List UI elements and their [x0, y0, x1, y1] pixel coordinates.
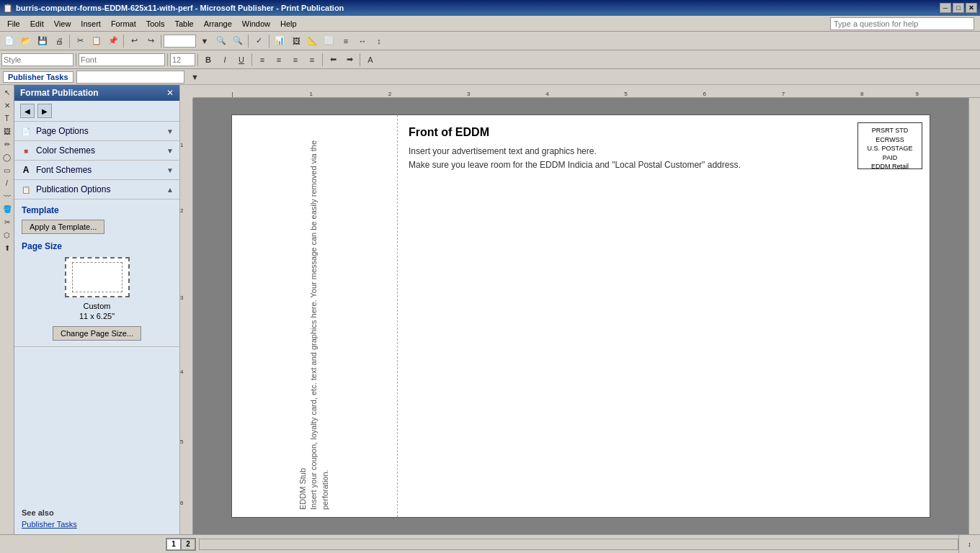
open-button[interactable]: 📂	[18, 34, 34, 48]
v-tick-1: 1	[180, 142, 183, 148]
rect-tool[interactable]: ▭	[1, 164, 13, 176]
content-with-vruler: 1 2 3 4 5 6 EDDM Stub	[180, 98, 980, 534]
menu-format[interactable]: Format	[107, 18, 141, 30]
redo-button[interactable]: ↪	[143, 34, 159, 48]
indicia-line4: PAID	[861, 153, 919, 163]
v-tick-3: 3	[180, 295, 183, 301]
custom-shape[interactable]: ⬡	[1, 229, 13, 240]
pub-options-icon: 📋	[20, 184, 32, 195]
canvas-scroll[interactable]: EDDM Stub Insert your coupon, loyalty ca…	[193, 98, 968, 534]
page-preview-inner	[72, 262, 122, 292]
menu-table[interactable]: Table	[170, 18, 197, 30]
zoom-out-button[interactable]: 🔍	[213, 34, 229, 48]
print-button[interactable]: 🖨	[51, 34, 67, 48]
copy-button[interactable]: 📋	[89, 34, 104, 48]
extra5[interactable]: ≡	[338, 34, 354, 48]
minimize-button[interactable]: ─	[940, 3, 951, 13]
extra3[interactable]: 📐	[305, 34, 321, 48]
crop-tool[interactable]: ✂	[1, 216, 13, 228]
italic-button[interactable]: I	[217, 53, 233, 67]
panel-icon-1[interactable]: ◀	[20, 104, 35, 118]
publisher-tasks-label[interactable]: Publisher Tasks	[3, 71, 74, 83]
font-dropdown-btn[interactable]: ▼	[187, 70, 203, 84]
text-color[interactable]: A	[362, 53, 378, 67]
change-page-size-button[interactable]: Change Page Size...	[53, 326, 141, 341]
align-left[interactable]: ≡	[254, 53, 270, 67]
h-tick-7: 6	[703, 91, 706, 97]
horizontal-scrollbar[interactable]	[199, 539, 958, 550]
new-button[interactable]: 📄	[1, 34, 17, 48]
undo-button[interactable]: ↩	[126, 34, 142, 48]
indicia-line3: U.S. POSTAGE	[861, 144, 919, 153]
picture-tool[interactable]: 🖼	[1, 125, 13, 137]
color-schemes-header[interactable]: ■ Color Schemes ▼	[14, 141, 179, 161]
sep-f4	[251, 53, 252, 66]
draw-tool[interactable]: ✏	[1, 138, 13, 150]
extra4[interactable]: ⬜	[321, 34, 337, 48]
save-button[interactable]: 💾	[35, 34, 50, 48]
spell-button[interactable]: ✓	[251, 34, 267, 48]
vertical-scrollbar[interactable]	[968, 98, 980, 534]
extra1[interactable]: 📊	[272, 34, 288, 48]
canvas-inner: EDDM Stub Insert your coupon, loyalty ca…	[231, 114, 930, 518]
font-input[interactable]	[79, 53, 165, 66]
font-schemes-header[interactable]: A Font Schemes ▼	[14, 161, 179, 180]
zoom-dropdown[interactable]: ▼	[197, 34, 213, 48]
extra2[interactable]: 🖼	[288, 34, 304, 48]
select-tool[interactable]: ✕	[1, 99, 13, 111]
page-options-left: 📄 Page Options	[20, 125, 89, 137]
connector-tool[interactable]: 〰	[1, 190, 13, 202]
sep-f2	[167, 53, 168, 66]
text-tool[interactable]: T	[1, 112, 13, 124]
panel-icon-2[interactable]: ▶	[37, 104, 52, 118]
menu-edit[interactable]: Edit	[26, 18, 48, 30]
panel-close-button[interactable]: ✕	[166, 88, 174, 98]
pub-options-header[interactable]: 📋 Publication Options ▲	[14, 180, 179, 199]
toolbar-main: 📄 📂 💾 🖨 ✂ 📋 📌 ↩ ↪ 94% ▼ 🔍 🔍 ✓ 📊 🖼 📐 ⬜ ≡ …	[0, 32, 980, 50]
fill-tool[interactable]: 🪣	[1, 203, 13, 215]
oval-tool[interactable]: ◯	[1, 151, 13, 163]
menu-window[interactable]: Window	[238, 18, 275, 30]
close-button[interactable]: ✕	[966, 3, 977, 13]
page-options-icon: 📄	[20, 125, 32, 137]
menu-insert[interactable]: Insert	[76, 18, 105, 30]
page-options-header[interactable]: 📄 Page Options ▼	[14, 122, 179, 141]
size-input[interactable]	[170, 53, 195, 66]
apply-template-button[interactable]: Apply a Template...	[22, 220, 104, 234]
zoom-input[interactable]: 94%	[164, 35, 196, 48]
extra6[interactable]: ↔	[355, 34, 370, 48]
menu-file[interactable]: File	[3, 18, 24, 30]
paste-button[interactable]: 📌	[105, 34, 121, 48]
line-tool[interactable]: /	[1, 177, 13, 189]
indent-dec[interactable]: ⬅	[325, 53, 341, 67]
pointer-tool[interactable]: ↖	[1, 86, 13, 98]
font-select[interactable]	[76, 71, 184, 84]
menu-arrange[interactable]: Arrange	[200, 18, 236, 30]
help-input[interactable]	[830, 17, 974, 30]
extra7[interactable]: ↕	[371, 34, 387, 48]
h-tick-10: 9	[915, 91, 918, 97]
page-1-button[interactable]: 1	[166, 539, 181, 550]
expand-btn[interactable]: ⬆	[1, 242, 13, 253]
h-tick-6: 5	[624, 91, 627, 97]
see-also-section: See also Publisher Tasks	[14, 503, 179, 534]
indent-inc[interactable]: ➡	[342, 53, 357, 67]
align-center[interactable]: ≡	[271, 53, 287, 67]
zoom-in-button[interactable]: 🔍	[230, 34, 246, 48]
cut-button[interactable]: ✂	[72, 34, 88, 48]
menu-help[interactable]: Help	[276, 18, 301, 30]
title-bar-controls[interactable]: ─ □ ✕	[940, 3, 977, 13]
sep-f5	[322, 53, 323, 66]
menu-view[interactable]: View	[50, 18, 76, 30]
menu-tools[interactable]: Tools	[142, 18, 169, 30]
maximize-button[interactable]: □	[953, 3, 964, 13]
left-toolbar: ↖ ✕ T 🖼 ✏ ◯ ▭ / 〰 🪣 ✂ ⬡ ⬆	[0, 85, 14, 534]
publisher-tasks-link[interactable]: Publisher Tasks	[22, 520, 77, 529]
align-justify[interactable]: ≡	[304, 53, 320, 67]
style-input[interactable]	[1, 53, 74, 66]
publication-options-section: 📋 Publication Options ▲ Template Apply a…	[14, 180, 179, 347]
align-right[interactable]: ≡	[288, 53, 303, 67]
page-2-button[interactable]: 2	[181, 539, 195, 550]
bold-button[interactable]: B	[200, 53, 216, 67]
underline-button[interactable]: U	[233, 53, 249, 67]
